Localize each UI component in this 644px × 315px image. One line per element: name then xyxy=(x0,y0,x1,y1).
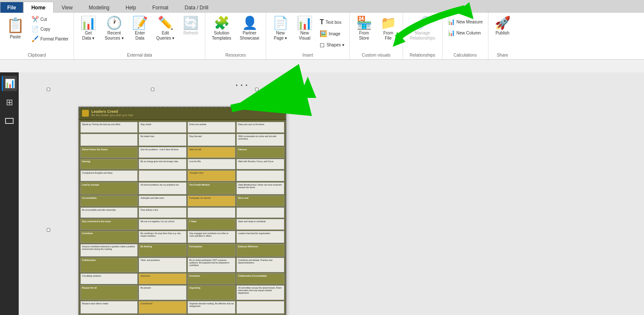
tab-data-drill-label: Data / Drill xyxy=(184,5,208,11)
publish-button[interactable]: 🚀 Publish xyxy=(491,14,514,52)
sidebar-report-icon[interactable]: 📊 xyxy=(2,76,17,91)
new-column-button[interactable]: 📊 New Column xyxy=(445,28,485,37)
three-dots-menu[interactable]: • • • xyxy=(236,83,248,89)
paste-button[interactable]: 📋 Paste xyxy=(3,14,28,41)
cell-5-4 xyxy=(236,170,284,181)
format-painter-button[interactable]: 🖌️ Format Painter xyxy=(29,34,71,43)
partner-showcase-button[interactable]: 👤 PartnerShowcase xyxy=(236,14,263,52)
calculations-content: 📊 New Measure 📊 New Column xyxy=(445,14,485,52)
share-label: Share xyxy=(491,53,514,58)
from-store-button[interactable]: 🏪 FromStore xyxy=(352,14,376,52)
tab-file[interactable]: File xyxy=(0,2,23,13)
cell-10-4: Leaders that lead the organization xyxy=(236,231,284,243)
custom-visuals-label: Custom visuals xyxy=(352,53,400,58)
cell-1-3: Know one another xyxy=(187,122,235,133)
cell-4-4: Walk with Resolve, Focus, and Focus xyxy=(236,159,284,170)
share-content: 🚀 Publish xyxy=(491,14,514,52)
solution-templates-label: SolutionTemplates xyxy=(212,31,231,41)
tab-modeling-label: Modeling xyxy=(89,5,110,11)
text-box-button[interactable]: T Text box xyxy=(317,17,347,27)
cell-13-4: Collaborative Accountability xyxy=(236,273,284,284)
report-icon: 📊 xyxy=(5,78,15,89)
get-data-label: GetData ▾ xyxy=(82,31,94,41)
cell-10-2: Be contributor, No stop there than e.g. … xyxy=(139,231,187,243)
calculations-group: 📊 New Measure 📊 New Column Calculations xyxy=(443,13,488,59)
enter-data-button[interactable]: 📝 EnterData xyxy=(128,14,152,52)
image-icon: 🖼️ xyxy=(320,30,327,37)
sidebar-relationships-icon[interactable] xyxy=(2,113,17,129)
cell-9-3: 1 Team xyxy=(187,219,235,230)
cell-9-1: Stay connected to the cause xyxy=(80,219,138,230)
new-measure-button[interactable]: 📊 New Measure xyxy=(445,17,485,26)
sidebar-data-icon[interactable]: ⊞ xyxy=(2,94,17,110)
edit-queries-label: EditQueries ▾ xyxy=(156,31,175,41)
visual-container[interactable]: • • • Leaders Creed Be the leader you wi… xyxy=(48,89,257,315)
custom-visuals-group: 🏪 FromStore 📁 FromFile Custom visuals xyxy=(350,13,403,59)
resize-handle-tm[interactable] xyxy=(151,88,154,91)
insert-label: Insert xyxy=(269,53,347,58)
partner-showcase-icon: 👤 xyxy=(242,17,258,29)
tab-format[interactable]: Format xyxy=(144,2,176,13)
refresh-button[interactable]: 🔄 Refresh xyxy=(179,14,202,52)
enter-data-label: EnterData xyxy=(135,31,145,41)
cell-15-1: Respect each other's needs xyxy=(80,301,138,314)
refresh-icon: 🔄 xyxy=(183,17,199,29)
edit-queries-button[interactable]: ✏️ EditQueries ▾ xyxy=(153,14,179,52)
new-visual-button[interactable]: 📊 NewVisual xyxy=(293,14,316,52)
from-file-button[interactable]: 📁 FromFile xyxy=(377,14,400,52)
clipboard-small-buttons: ✂️ Cut 📄 Copy 🖌️ Format Painter xyxy=(29,14,71,43)
relationships-content: 🔗 ManageRelationships xyxy=(406,14,440,52)
cut-icon: ✂️ xyxy=(31,16,39,23)
solution-templates-icon: 🧩 xyxy=(214,17,230,29)
clipboard-group: 📋 Paste ✂️ Cut 📄 Copy 🖌️ Format Painter … xyxy=(0,13,74,59)
canvas-area: • • • Leaders Creed Be the leader you wi… xyxy=(19,72,644,315)
tab-data-drill[interactable]: Data / Drill xyxy=(176,2,216,13)
new-page-button[interactable]: 📄 NewPage ▾ xyxy=(269,14,292,52)
cell-5-3: I thought it first xyxy=(187,170,235,181)
new-visual-icon: 📊 xyxy=(297,17,312,29)
enter-data-icon: 📝 xyxy=(132,17,148,29)
cell-12-1: Collaboration xyxy=(80,258,138,273)
relationships-label: Relationships xyxy=(406,53,440,58)
copy-button[interactable]: 📄 Copy xyxy=(29,24,71,34)
insert-content: 📄 NewPage ▾ 📊 NewVisual T Text box 🖼️ Im… xyxy=(269,14,347,52)
get-data-button[interactable]: 📊 GetData ▾ xyxy=(77,14,100,52)
cell-15-4 xyxy=(236,301,284,314)
tab-home[interactable]: Home xyxy=(23,2,54,13)
clipboard-label: Clipboard xyxy=(3,53,71,58)
tab-bar: File Home View Modeling Help Format Data… xyxy=(0,0,644,13)
cell-2-1 xyxy=(80,134,138,146)
shapes-button[interactable]: ◻ Shapes ▾ xyxy=(317,40,347,49)
tab-view[interactable]: View xyxy=(54,2,81,13)
recent-sources-button[interactable]: 🕐 RecentSources ▾ xyxy=(101,14,127,52)
cell-2-2: No matter how xyxy=(139,134,187,146)
external-data-content: 📊 GetData ▾ 🕐 RecentSources ▾ 📝 EnterDat… xyxy=(77,14,202,52)
from-store-label: FromStore xyxy=(359,31,369,41)
cell-13-2: Openness xyxy=(139,273,187,284)
manage-relationships-icon: 🔗 xyxy=(414,17,430,29)
cut-button[interactable]: ✂️ Cut xyxy=(29,14,71,24)
shapes-icon: ◻ xyxy=(320,41,325,48)
cell-10-1: Contribute xyxy=(80,231,138,243)
image-button[interactable]: 🖼️ Image xyxy=(317,29,347,38)
cell-3-3: Walk the talk xyxy=(187,147,235,158)
recent-sources-label: RecentSources ▾ xyxy=(105,31,123,41)
cell-8-3 xyxy=(187,207,235,218)
cell-14-1: Respect for all xyxy=(80,285,138,301)
resize-handle-ml[interactable] xyxy=(47,228,50,232)
from-file-icon: 📁 xyxy=(380,17,396,29)
manage-relationships-label: ManageRelationships xyxy=(410,31,435,41)
cell-1-4: Keep your eye on the future xyxy=(236,122,284,133)
from-store-icon: 🏪 xyxy=(356,17,372,29)
cell-6-4: State Mindlessness: Never are more incen… xyxy=(236,182,284,195)
tab-modeling[interactable]: Modeling xyxy=(81,2,118,13)
canvas-page: Leaders Creed Be the leader you wish you… xyxy=(78,106,287,315)
resize-handle-tr[interactable] xyxy=(255,88,258,91)
resize-handle-tl[interactable] xyxy=(47,88,50,91)
cell-7-3: Participate, be earnest xyxy=(187,195,235,206)
tab-help-label: Help xyxy=(126,5,136,11)
manage-relationships-button[interactable]: 🔗 ManageRelationships xyxy=(406,14,440,52)
solution-templates-button[interactable]: 🧩 SolutionTemplates xyxy=(208,14,235,52)
relationships-icon xyxy=(5,118,14,124)
tab-help[interactable]: Help xyxy=(118,2,145,13)
